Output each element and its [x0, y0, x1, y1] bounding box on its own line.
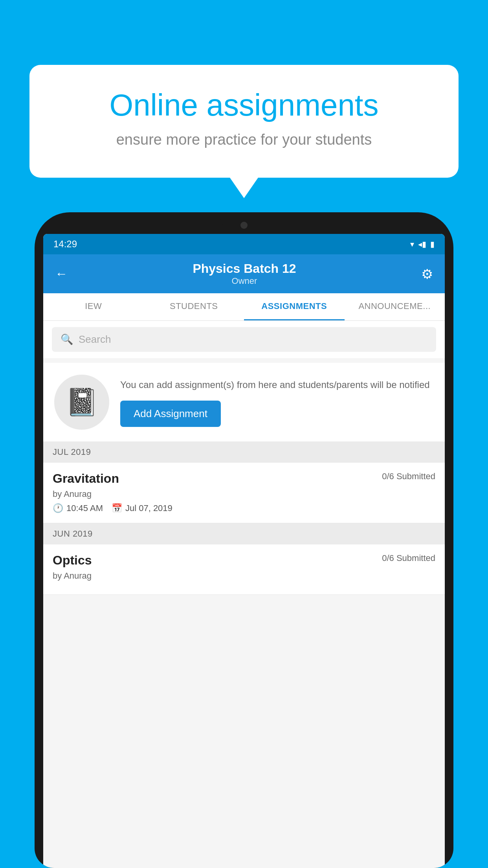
empty-text: You can add assignment(s) from here and … — [120, 378, 434, 427]
assignment-top: Gravitation 0/6 Submitted — [53, 471, 435, 486]
assignment-icon-circle: 📓 — [54, 375, 109, 430]
header-title-group: Physics Batch 12 Owner — [193, 261, 296, 286]
search-placeholder: Search — [79, 333, 111, 346]
assignment-top-optics: Optics 0/6 Submitted — [53, 553, 435, 568]
clock-icon: 🕐 — [53, 503, 63, 513]
tabs-bar: IEW STUDENTS ASSIGNMENTS ANNOUNCEME... — [43, 293, 445, 321]
assignment-by: by Anurag — [53, 489, 435, 499]
speech-bubble: Online assignments ensure more practice … — [29, 65, 459, 178]
phone-notch — [220, 212, 268, 232]
assignment-meta: 🕐 10:45 AM 📅 Jul 07, 2019 — [53, 503, 435, 513]
assignment-submitted: 0/6 Submitted — [382, 471, 435, 482]
content-area: 🔍 Search 📓 You can add assignment(s) fro… — [43, 321, 445, 868]
section-header-jun: JUN 2019 — [43, 523, 445, 544]
tab-announcements[interactable]: ANNOUNCEME... — [345, 293, 445, 320]
optics-name: Optics — [53, 553, 92, 568]
assignment-item-gravitation[interactable]: Gravitation 0/6 Submitted by Anurag 🕐 10… — [43, 463, 445, 523]
tab-students[interactable]: STUDENTS — [144, 293, 244, 320]
settings-icon[interactable]: ⚙ — [421, 266, 433, 282]
tab-assignments[interactable]: ASSIGNMENTS — [244, 293, 345, 320]
assignment-item-optics[interactable]: Optics 0/6 Submitted by Anurag — [43, 544, 445, 595]
header-owner: Owner — [193, 276, 296, 286]
phone-frame: 14:29 ▾ ◂▮ ▮ ← Physics Batch 12 Owner ⚙ … — [35, 212, 453, 868]
signal-icon: ◂▮ — [418, 239, 426, 249]
search-container: 🔍 Search — [43, 321, 445, 358]
optics-submitted: 0/6 Submitted — [382, 553, 435, 563]
assignment-time: 🕐 10:45 AM — [53, 503, 103, 513]
back-button[interactable]: ← — [55, 267, 68, 281]
speech-bubble-title: Online assignments — [57, 88, 431, 122]
empty-state: 📓 You can add assignment(s) from here an… — [43, 363, 445, 441]
add-assignment-button[interactable]: Add Assignment — [120, 401, 221, 427]
section-header-jul: JUL 2019 — [43, 441, 445, 463]
wifi-icon: ▾ — [410, 239, 414, 249]
optics-by: by Anurag — [53, 571, 435, 581]
phone-screen: 14:29 ▾ ◂▮ ▮ ← Physics Batch 12 Owner ⚙ … — [43, 234, 445, 868]
assignment-name: Gravitation — [53, 471, 119, 486]
calendar-icon: 📅 — [112, 503, 122, 513]
assignment-date: 📅 Jul 07, 2019 — [112, 503, 172, 513]
status-time: 14:29 — [53, 239, 77, 250]
camera-notch — [240, 222, 248, 229]
empty-description: You can add assignment(s) from here and … — [120, 378, 434, 392]
status-icons: ▾ ◂▮ ▮ — [410, 239, 435, 249]
status-bar: 14:29 ▾ ◂▮ ▮ — [43, 234, 445, 254]
speech-bubble-subtitle: ensure more practice for your students — [57, 129, 431, 150]
batch-title: Physics Batch 12 — [193, 261, 296, 276]
notebook-icon: 📓 — [65, 386, 99, 418]
search-box[interactable]: 🔍 Search — [52, 327, 436, 352]
battery-icon: ▮ — [430, 239, 435, 249]
app-header: ← Physics Batch 12 Owner ⚙ — [43, 254, 445, 293]
search-icon: 🔍 — [61, 333, 73, 346]
tab-iew[interactable]: IEW — [43, 293, 144, 320]
